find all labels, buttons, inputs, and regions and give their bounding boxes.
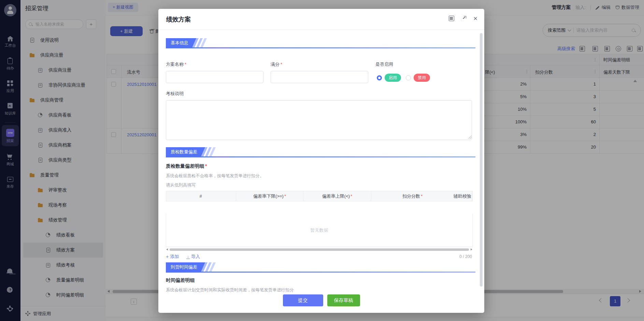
qc-table-empty: 暂无数据	[166, 214, 473, 247]
textarea-resize-grip[interactable]	[468, 136, 472, 139]
qc-row-counter: 0 / 200	[459, 254, 472, 259]
time-desc: 系统会根据计划交货时间和实际收货时间差，按每笔发货单进行扣分	[166, 287, 294, 293]
section-basic-info: 基本信息	[166, 38, 475, 47]
ribbon-stripes	[203, 262, 214, 272]
full-score-input[interactable]	[271, 71, 368, 83]
plan-name-input[interactable]	[166, 71, 263, 83]
enabled-label: 是否启用	[375, 61, 393, 67]
assessment-label: 考核说明	[166, 91, 184, 97]
qc-import-button[interactable]: ↓导入	[186, 254, 200, 260]
submit-button[interactable]: 提交	[283, 294, 323, 306]
save-draft-button[interactable]: 保存草稿	[327, 294, 360, 306]
qc-detail-title: 质检数量偏差明细*	[166, 163, 207, 169]
scrollbar-thumb[interactable]	[170, 248, 469, 251]
close-icon[interactable]: ×	[472, 15, 479, 22]
qc-hint: 请从低到高填写	[166, 182, 196, 188]
assessment-textarea[interactable]	[166, 100, 472, 140]
qc-table-column: 偏差率下限(>=)*	[236, 191, 303, 201]
full-score-label: 满分*	[271, 61, 282, 67]
modal-footer: 提交 保存草稿	[158, 293, 484, 313]
section-qc-deviation: 质检数量偏差	[166, 147, 475, 156]
ribbon-stripes	[194, 38, 205, 47]
qc-table-column: 偏差率上限(<)*	[303, 191, 371, 201]
section-ribbon-label: 基本信息	[166, 38, 197, 47]
import-icon: ↓	[186, 255, 190, 259]
doc-detail-icon[interactable]	[448, 15, 455, 22]
qc-table-header: #偏差率下限(>=)*偏差率上限(<)*扣分分数*辅助校验	[166, 191, 473, 201]
ribbon-stripes	[203, 147, 214, 156]
disable-radio[interactable]	[406, 75, 411, 80]
qc-table-column: 扣分分数*	[371, 191, 454, 201]
time-detail-title: 时间偏差明细	[166, 277, 195, 284]
modal-title: 绩效方案	[166, 15, 191, 24]
enable-radio[interactable]	[377, 75, 382, 80]
enable-badge[interactable]: 启用	[385, 74, 401, 82]
modal-body: 基本信息 方案名称* 满分* 是否启用 启用 禁用 考核说明 质检数量偏差 质检…	[158, 30, 484, 293]
qc-table-column: #	[166, 191, 236, 201]
qc-desc: 系统会根据质检不合格率，按每笔发货单进行扣分。	[166, 173, 264, 179]
disable-badge[interactable]: 禁用	[414, 74, 430, 82]
scroll-left-icon[interactable]	[166, 248, 168, 250]
ribbon-underline	[166, 272, 475, 273]
performance-plan-modal: 绩效方案 × 基本信息 方案名称* 满分* 是否启用 启用 禁用 考核说明	[158, 9, 484, 313]
modal-header: 绩效方案 ×	[158, 9, 484, 30]
modal-scrollbar-thumb[interactable]	[480, 33, 483, 287]
ribbon-underline	[166, 47, 475, 48]
section-arrival-deviation: 到货时间偏差	[166, 262, 475, 272]
qc-table-column: 辅助校验	[454, 191, 472, 201]
maximize-icon[interactable]	[460, 15, 467, 22]
ribbon-underline	[166, 156, 475, 157]
scroll-right-icon[interactable]	[471, 248, 472, 250]
section-ribbon-label: 质检数量偏差	[166, 147, 205, 156]
qc-add-button[interactable]: +添加	[166, 254, 179, 260]
app-root: 工作台 待办 应用 知识库 招采 商城	[0, 0, 644, 321]
section-ribbon-label: 到货时间偏差	[166, 262, 205, 272]
plan-name-label: 方案名称*	[166, 61, 186, 67]
plus-icon: +	[166, 254, 169, 259]
qc-table-scrollbar[interactable]	[166, 248, 473, 251]
